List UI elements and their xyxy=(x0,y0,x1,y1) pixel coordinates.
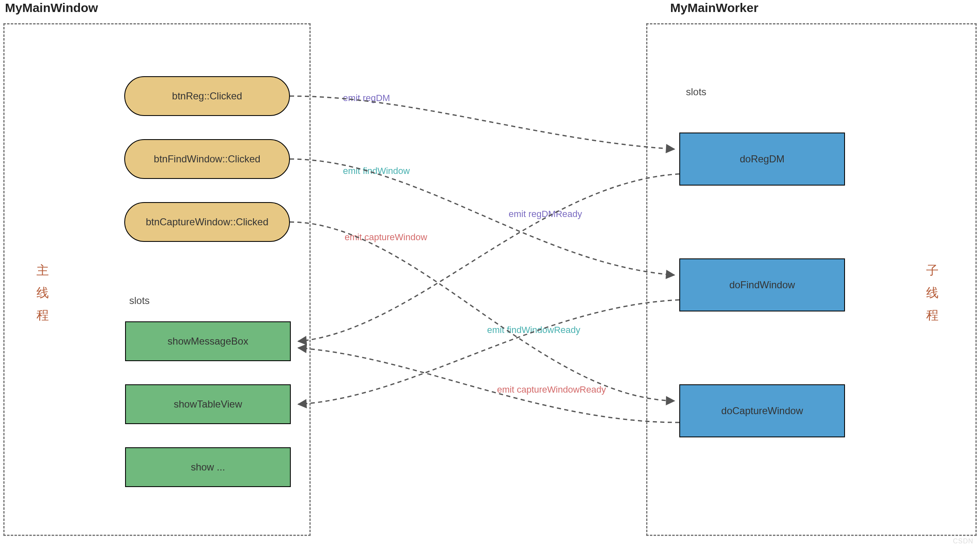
right-slots-label: slots xyxy=(686,86,706,98)
label-emit-regdm: emit regDM xyxy=(343,93,390,104)
slot-docapturewindow: doCaptureWindow xyxy=(679,384,845,437)
diagram-canvas: MyMainWindow MyMainWorker 主 线 程 子 线 程 bt… xyxy=(0,0,980,550)
btn-capturewindow-clicked: btnCaptureWindow::Clicked xyxy=(124,202,290,242)
right-side-label: 子 线 程 xyxy=(926,259,939,326)
conn-dofindwindow-to-showtableview xyxy=(298,300,679,404)
right-title: MyMainWorker xyxy=(670,1,758,15)
label-emit-capturewindow: emit captureWindow xyxy=(345,232,427,243)
btn-reg-clicked: btnReg::Clicked xyxy=(124,76,290,116)
slot-dofindwindow: doFindWindow xyxy=(679,258,845,311)
label-emit-regdmready: emit regDMReady xyxy=(509,209,582,220)
left-slots-label: slots xyxy=(129,295,150,306)
label-emit-findwindowready: emit findWindowReady xyxy=(487,325,580,335)
left-side-label: 主 线 程 xyxy=(36,259,49,326)
watermark: CSDN xyxy=(953,538,973,545)
slot-doregdm: doRegDM xyxy=(679,133,845,186)
slot-showmore: show ... xyxy=(125,447,291,487)
label-emit-capturewindowready: emit captureWindowReady xyxy=(497,384,606,395)
conn-btnfind-to-dofindwindow xyxy=(290,159,674,275)
conn-btnreg-to-doregdm xyxy=(290,96,674,149)
slot-showtableview: showTableView xyxy=(125,384,291,424)
slot-showmessagebox: showMessageBox xyxy=(125,321,291,361)
conn-doregdm-to-showmessagebox xyxy=(298,174,679,341)
left-title: MyMainWindow xyxy=(5,1,98,15)
conn-btncapture-to-docapturewindow xyxy=(290,222,674,401)
conn-docapturewindow-to-showmessagebox xyxy=(298,348,679,422)
label-emit-findwindow: emit findWindow xyxy=(343,166,410,176)
btn-findwindow-clicked: btnFindWindow::Clicked xyxy=(124,139,290,179)
